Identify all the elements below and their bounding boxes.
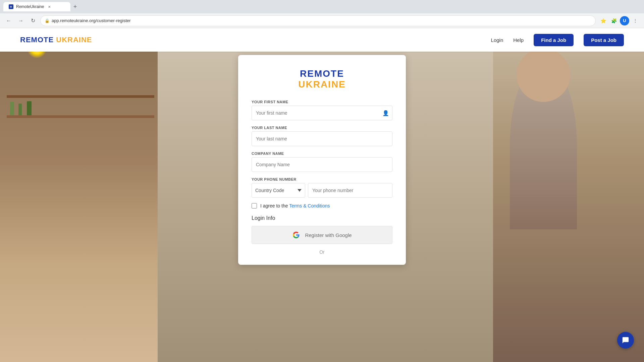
phone-label: YOUR PHONE NUMBER: [252, 177, 392, 181]
new-tab-button[interactable]: +: [70, 2, 80, 11]
terms-checkbox[interactable]: [252, 203, 257, 208]
company-name-group: COMPANY NAME: [252, 152, 392, 172]
terms-link[interactable]: Terms & Conditions: [289, 203, 330, 208]
last-name-input[interactable]: [252, 131, 392, 146]
last-name-label: YOUR LAST NAME: [252, 126, 392, 130]
bg-left: [0, 28, 158, 362]
logo-remote: REMOTE: [20, 36, 54, 44]
google-register-button[interactable]: Register with Google: [252, 226, 392, 244]
nav-links: Login Help Find a Job Post a Job: [491, 34, 624, 46]
nav-find-job-button[interactable]: Find a Job: [534, 34, 574, 46]
terms-text: I agree to the: [260, 203, 289, 208]
logo: REMOTE UKRAINE: [20, 36, 92, 44]
tab-favicon: R: [9, 4, 13, 9]
nav-login[interactable]: Login: [491, 37, 503, 43]
company-name-label: COMPANY NAME: [252, 152, 392, 156]
tab-close-button[interactable]: ✕: [47, 4, 52, 9]
form-logo-ukraine: UKRAINE: [252, 79, 392, 90]
first-name-input-wrapper: 👤: [252, 106, 392, 120]
tab-title: RemoteUkraine: [16, 4, 44, 9]
or-divider: Or: [252, 249, 392, 255]
form-logo: REMOTE UKRAINE: [252, 68, 392, 90]
country-code-select[interactable]: Country Code: [252, 183, 305, 198]
phone-input[interactable]: [308, 183, 392, 198]
address-bar[interactable]: 🔒 app.remoteukraine.org/customer-registe…: [40, 15, 596, 26]
google-register-label: Register with Google: [305, 232, 352, 238]
menu-icon[interactable]: ⋮: [631, 16, 640, 25]
first-name-input[interactable]: [252, 106, 392, 120]
url-text: app.remoteukraine.org/customer-register: [52, 18, 131, 23]
google-icon: [292, 231, 300, 239]
extensions-icon[interactable]: 🧩: [609, 16, 619, 25]
login-info-title: Login Info: [252, 215, 392, 221]
toolbar-icons: ⭐ 🧩 U ⋮: [598, 16, 640, 25]
phone-group: YOUR PHONE NUMBER Country Code: [252, 177, 392, 198]
reload-button[interactable]: ↻: [28, 16, 38, 25]
bookmark-icon[interactable]: ⭐: [598, 16, 608, 25]
nav-post-job-button[interactable]: Post a Job: [584, 34, 624, 46]
page-content: REMOTE UKRAINE Login Help Find a Job Pos…: [0, 28, 644, 362]
nav-help[interactable]: Help: [513, 37, 524, 43]
registration-form-card: REMOTE UKRAINE YOUR FIRST NAME 👤 YOUR LA…: [238, 55, 406, 265]
terms-checkbox-group: I agree to the Terms & Conditions: [252, 203, 392, 208]
bg-right: [493, 28, 644, 362]
profile-icon[interactable]: U: [620, 16, 629, 25]
browser-toolbar: ← → ↻ 🔒 app.remoteukraine.org/customer-r…: [0, 13, 644, 28]
form-logo-remote: REMOTE: [252, 68, 392, 79]
browser-tab-bar: R RemoteUkraine ✕ +: [0, 0, 644, 13]
back-button[interactable]: ←: [4, 16, 13, 25]
last-name-group: YOUR LAST NAME: [252, 126, 392, 146]
active-tab[interactable]: R RemoteUkraine ✕: [3, 2, 70, 11]
forward-button[interactable]: →: [16, 16, 25, 25]
person-icon: 👤: [382, 110, 389, 116]
first-name-label: YOUR FIRST NAME: [252, 100, 392, 104]
lock-icon: 🔒: [45, 18, 50, 23]
phone-input-group: Country Code: [252, 183, 392, 198]
navbar: REMOTE UKRAINE Login Help Find a Job Pos…: [0, 28, 644, 52]
company-name-input[interactable]: [252, 157, 392, 172]
logo-ukraine: UKRAINE: [56, 36, 92, 44]
chat-button[interactable]: [617, 332, 634, 349]
terms-label: I agree to the Terms & Conditions: [260, 203, 330, 208]
first-name-group: YOUR FIRST NAME 👤: [252, 100, 392, 120]
